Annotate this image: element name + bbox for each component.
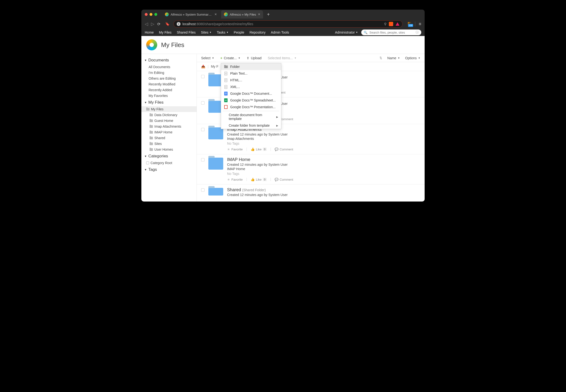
- selected-items-button[interactable]: Selected Items...▼: [268, 56, 296, 60]
- menu-item-google-slides[interactable]: Google Docs™ Presentation...: [221, 104, 281, 110]
- divider: [271, 148, 271, 151]
- upload-icon: ⬆: [247, 56, 249, 60]
- sidebar-item-recently-added[interactable]: Recently Added: [141, 87, 197, 93]
- upload-button[interactable]: ⬆Upload: [247, 56, 261, 60]
- menu-item-google-doc[interactable]: Google Docs™ Document...: [221, 90, 281, 97]
- favicon-icon: [224, 13, 228, 16]
- comment-icon: 💬: [275, 148, 278, 151]
- create-menu: Folder Plain Text... HTML... XML... Goog…: [221, 63, 281, 129]
- back-button[interactable]: ◁: [145, 21, 148, 27]
- breadcrumb-item[interactable]: My F: [211, 65, 218, 68]
- window-minimize[interactable]: [149, 13, 152, 16]
- chevron-down-icon: ▼: [294, 57, 296, 59]
- nav-home[interactable]: Home: [145, 30, 154, 34]
- sidebar-folder-guest-home[interactable]: Guest Home: [141, 118, 197, 124]
- like-button[interactable]: 👍Like0: [251, 178, 267, 181]
- menu-item-plain-text[interactable]: Plain Text...: [221, 70, 281, 77]
- global-search[interactable]: 🔍 ⓧ: [361, 29, 421, 35]
- nav-sites[interactable]: Sites▼: [201, 30, 211, 34]
- nav-admin-tools[interactable]: Admin Tools: [271, 30, 289, 34]
- menu-item-doc-from-template[interactable]: Create document from template▶: [221, 112, 281, 122]
- file-name[interactable]: Shared (Shared Folder): [227, 187, 420, 192]
- sidebar-folder-imap-home[interactable]: IMAP Home: [141, 129, 197, 135]
- options-button[interactable]: Options▼: [405, 56, 420, 60]
- bookmark-icon[interactable]: 🔖: [165, 22, 170, 26]
- sort-name-button[interactable]: Name▼: [387, 56, 400, 60]
- reload-button[interactable]: ⟳: [157, 22, 160, 26]
- brave-rewards-icon[interactable]: [396, 22, 399, 26]
- nav-up-icon[interactable]: 📤: [201, 65, 205, 68]
- checkbox[interactable]: [201, 128, 204, 131]
- alfresco-logo-icon: [146, 39, 157, 50]
- sort-direction-icon[interactable]: ⇅: [379, 56, 382, 60]
- menu-item-html[interactable]: HTML...: [221, 77, 281, 84]
- sidebar-item-others-editing[interactable]: Others are Editing: [141, 76, 197, 81]
- like-count: 0: [263, 178, 267, 181]
- file-name[interactable]: IMAP Home: [227, 157, 420, 162]
- tab-2[interactable]: Alfresco » My Files ×: [221, 10, 263, 18]
- tab-1[interactable]: Alfresco » System Summary [Hos ×: [162, 10, 220, 18]
- checkbox[interactable]: [201, 75, 204, 78]
- select-button[interactable]: Select▼: [201, 56, 214, 60]
- checkbox[interactable]: [201, 158, 204, 161]
- search-icon[interactable]: ⚲: [384, 22, 386, 26]
- file-row[interactable]: IMAP Home Created 12 minutes ago by Syst…: [197, 154, 425, 184]
- document-icon: [224, 72, 227, 75]
- tab-close-icon[interactable]: ×: [258, 12, 260, 16]
- menu-icon[interactable]: ≡: [419, 22, 421, 27]
- tab-title: Alfresco » System Summary [Hos: [171, 13, 213, 16]
- nav-tasks[interactable]: Tasks▼: [217, 30, 229, 34]
- brave-shield-icon[interactable]: [389, 22, 393, 26]
- window-close[interactable]: [145, 13, 148, 16]
- comment-button[interactable]: 💬Comment: [275, 148, 293, 151]
- menu-item-xml[interactable]: XML...: [221, 84, 281, 90]
- menu-item-folder-from-template[interactable]: Create folder from template▶: [221, 122, 281, 129]
- nav-shared-files[interactable]: Shared Files: [177, 30, 196, 34]
- search-input[interactable]: [369, 31, 414, 34]
- sidebar-folder-sites[interactable]: Sites: [141, 141, 197, 147]
- sidebar-folder-myfiles-root[interactable]: My Files: [141, 106, 197, 112]
- user-menu[interactable]: Administrator▼: [335, 30, 358, 34]
- sidebar-folder-imap-attachments[interactable]: Imap Attachments: [141, 124, 197, 129]
- sidebar-item-recently-modified[interactable]: Recently Modified: [141, 81, 197, 87]
- rss-extension-icon[interactable]: 235: [408, 22, 412, 26]
- star-icon: ★: [227, 147, 230, 151]
- site-info-icon[interactable]: i: [177, 22, 180, 26]
- forward-button[interactable]: ▷: [151, 21, 154, 27]
- sidebar-item-my-favorites[interactable]: My Favorites: [141, 93, 197, 98]
- folder-icon: [149, 142, 153, 145]
- sidebar-item-all-documents[interactable]: All Documents: [141, 64, 197, 70]
- nav-my-files[interactable]: My Files: [159, 30, 171, 34]
- sidebar-folder-shared[interactable]: Shared: [141, 135, 197, 141]
- create-button[interactable]: +Create...▼: [220, 56, 240, 60]
- nav-repository[interactable]: Repository: [249, 30, 265, 34]
- sidebar-item-im-editing[interactable]: I'm Editing: [141, 70, 197, 76]
- folder-icon: [149, 137, 153, 139]
- favorite-button[interactable]: ★Favorite: [227, 147, 243, 151]
- sidebar-section-tags[interactable]: ▼ Tags: [141, 166, 197, 173]
- file-row[interactable]: Shared (Shared Folder) Created 12 minute…: [197, 184, 425, 198]
- file-meta: Created 12 minutes ago by System User: [227, 193, 420, 197]
- sidebar-section-myfiles[interactable]: ▼ My Files: [141, 98, 197, 106]
- menu-item-folder[interactable]: Folder: [221, 63, 281, 70]
- chevron-down-icon: ▼: [226, 31, 229, 34]
- sidebar-category-root[interactable]: Category Root: [141, 160, 197, 166]
- clear-icon[interactable]: ⓧ: [416, 30, 419, 35]
- folder-icon: [146, 108, 149, 111]
- nav-people[interactable]: People: [234, 30, 244, 34]
- window-maximize[interactable]: [154, 13, 157, 16]
- sidebar-folder-user-homes[interactable]: User Homes: [141, 147, 197, 152]
- new-tab-button[interactable]: +: [264, 12, 272, 17]
- checkbox[interactable]: [201, 101, 204, 105]
- tab-close-icon[interactable]: ×: [215, 12, 217, 16]
- sidebar-section-documents[interactable]: ▼ Documents: [141, 56, 197, 64]
- sidebar-folder-data-dictionary[interactable]: Data Dictionary: [141, 112, 197, 118]
- like-button[interactable]: 👍Like0: [251, 147, 267, 151]
- comment-button[interactable]: 💬Comment: [275, 178, 293, 181]
- checkbox[interactable]: [201, 188, 204, 192]
- favorite-button[interactable]: ★Favorite: [227, 178, 243, 181]
- sidebar-section-categories[interactable]: ▼ Categories: [141, 152, 197, 160]
- menu-item-google-sheet[interactable]: Google Docs™ Spreadsheet...: [221, 97, 281, 104]
- url-input[interactable]: i localhost:8080/share/page/context/mine…: [174, 20, 403, 28]
- main-panel: Select▼ +Create...▼ ⬆Upload Selected Ite…: [197, 54, 425, 201]
